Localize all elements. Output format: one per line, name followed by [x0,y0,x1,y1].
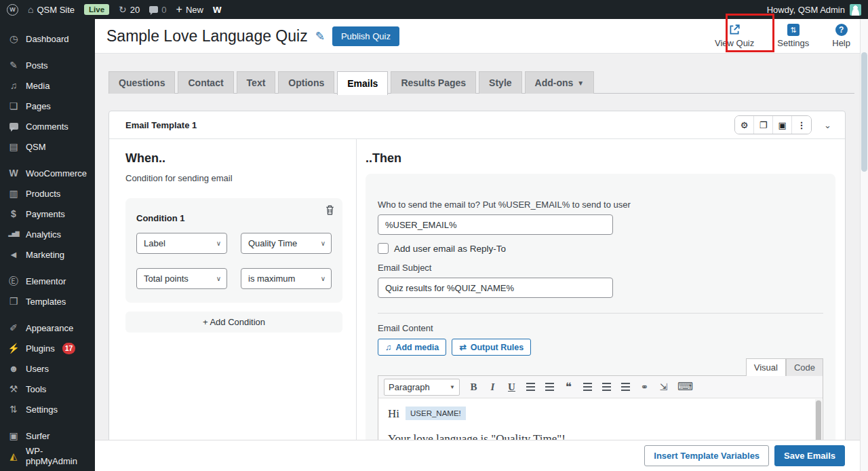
toolbar-toggle-keyboard-icon[interactable]: ⌨ [677,381,693,392]
output-rules-button[interactable]: ⇄ Output Rules [452,339,531,356]
editor-tab-code[interactable]: Code [786,358,823,376]
italic-button[interactable]: I [488,382,498,392]
users-icon: ☻ [7,364,20,373]
sidebar-item-elementor[interactable]: Ⓔ Elementor [0,271,95,291]
tab-contact[interactable]: Contact [178,71,233,94]
send-to-input[interactable] [378,214,613,235]
save-footer-bar: Insert Template Variables Save Emails [95,440,868,471]
chevron-down-icon: ∨ [321,240,326,247]
condition-field-select[interactable]: Label ∨ [136,233,227,254]
delete-condition-trash-icon[interactable] [326,205,334,218]
when-column: When.. Condition for sending email Condi… [109,139,357,471]
sidebar-item-posts[interactable]: ✎ Posts [0,55,95,75]
howdy-text[interactable]: Howdy, QSM Admin [767,5,845,15]
tab-style[interactable]: Style [479,71,521,94]
quiz-settings-button[interactable]: ⇅ Settings [777,24,809,48]
sidebar-label: Templates [26,297,66,307]
add-condition-button[interactable]: + Add Condition [125,312,342,333]
sidebar-item-users[interactable]: ☻ Users [0,358,95,379]
updates-link[interactable]: ↻ 20 [119,5,140,15]
sidebar-label: Comments [26,121,68,132]
collapse-template-chevron-icon[interactable]: ⌄ [821,120,834,130]
external-link-icon [728,24,741,36]
comments-icon [7,121,20,131]
duplicate-template-icon[interactable]: ❐ [754,116,773,134]
templates-icon: ❒ [7,297,20,306]
email-subject-input[interactable] [378,278,613,298]
bullet-list-button[interactable] [526,383,536,391]
sidebar-label: WooCommerce [26,168,87,178]
publish-quiz-button[interactable]: Publish Quiz [332,26,399,46]
sidebar-item-templates[interactable]: ❒ Templates [0,291,95,312]
page-scrollbar-thumb[interactable] [861,52,867,172]
underline-button[interactable]: U [507,382,517,392]
paragraph-format-select[interactable]: Paragraph ▼ [384,379,460,396]
user-avatar[interactable] [850,4,861,16]
sidebar-item-analytics[interactable]: ▂▅▇ Analytics [0,224,95,244]
blockquote-button[interactable]: ❝ [564,381,574,393]
edit-title-pencil-icon[interactable]: ✎ [315,29,325,43]
surfer-icon: ▣ [7,431,20,440]
sidebar-item-products[interactable]: ▥ Products [0,183,95,204]
sidebar-item-appearance[interactable]: ✐ Appearance [0,318,95,338]
sidebar-item-marketing[interactable]: ◄ Marketing [0,244,95,265]
align-left-button[interactable] [583,383,593,391]
tab-results-pages[interactable]: Results Pages [391,71,476,94]
posts-icon: ✎ [7,60,20,70]
user-name-variable-chip[interactable]: USER_NAME! [406,407,466,420]
condition-value-select[interactable]: Quality Time ∨ [241,233,332,254]
sidebar-item-comments[interactable]: Comments [0,116,95,136]
analytics-icon: ▂▅▇ [7,231,20,237]
save-emails-button[interactable]: Save Emails [774,445,845,466]
sidebar-item-settings[interactable]: ⇅ Settings [0,399,95,419]
w-rocket-menu[interactable]: w [213,3,221,16]
sidebar-label: Media [26,81,50,91]
marketing-icon: ◄ [7,250,20,259]
editor-tab-visual[interactable]: Visual [746,358,786,376]
sidebar-item-tools[interactable]: ⚒ Tools [0,379,95,399]
save-template-icon[interactable]: ▣ [773,116,792,134]
help-button[interactable]: ? Help [832,24,850,48]
align-right-button[interactable] [620,383,631,391]
tab-emails[interactable]: Emails [337,71,388,95]
tab-text[interactable]: Text [237,71,276,94]
link-button[interactable]: ⚭ [639,382,650,392]
sidebar-label: Tools [26,384,46,394]
view-quiz-button[interactable]: View Quiz [715,24,754,48]
template-settings-gear-icon[interactable]: ⚙ [735,116,754,134]
wordpress-menu[interactable]: W [7,4,18,16]
sidebar-item-payments[interactable]: $ Payments [0,204,95,224]
condition-operator-select[interactable]: is maximum ∨ [241,268,332,289]
w-logo-icon: w [213,3,221,16]
tab-add-ons[interactable]: Add-ons ▼ [525,71,595,94]
insert-template-variables-button[interactable]: Insert Template Variables [644,445,769,466]
kebab-menu-icon[interactable]: ⋮ [792,116,811,134]
page-scrollbar[interactable] [860,19,868,471]
sidebar-item-pages[interactable]: ❏ Pages [0,96,95,116]
condition-criteria-select[interactable]: Total points ∨ [136,268,227,289]
numbered-list-button[interactable] [545,383,555,391]
sidebar-item-surfer[interactable]: ▣ Surfer [0,426,95,446]
chevron-down-icon: ∨ [216,240,221,247]
site-name: QSM Site [37,5,75,15]
reply-to-checkbox[interactable] [378,243,389,254]
tab-options[interactable]: Options [278,71,334,94]
sidebar-item-woocommerce[interactable]: W WooCommerce [0,163,95,183]
sidebar-item-plugins[interactable]: ⚡ Plugins 17 [0,338,95,358]
bold-button[interactable]: B [469,382,479,392]
align-center-button[interactable] [601,383,612,391]
new-menu[interactable]: + New [176,4,203,15]
add-media-button[interactable]: ♫ Add media [378,339,446,356]
sidebar-label: QSM [26,142,46,152]
sidebar-item-media[interactable]: ♫ Media [0,75,95,96]
quiz-header: Sample Love Language Quiz ✎ Publish Quiz… [95,19,868,54]
fullscreen-button[interactable]: ⇲ [658,382,669,392]
tab-questions[interactable]: Questions [108,71,175,94]
site-name-link[interactable]: ⌂ QSM Site [28,5,75,15]
comments-link[interactable]: 0 [149,5,166,15]
sidebar-label: Settings [26,404,58,415]
sidebar-item-wp-phpmyadmin[interactable]: ◭ WP-phpMyAdmin [0,446,95,466]
sidebar-item-qsm[interactable]: ▤ QSM [0,136,95,157]
sidebar-item-dashboard[interactable]: ◷ Dashboard [0,29,95,49]
sidebar-label: Users [26,364,49,374]
